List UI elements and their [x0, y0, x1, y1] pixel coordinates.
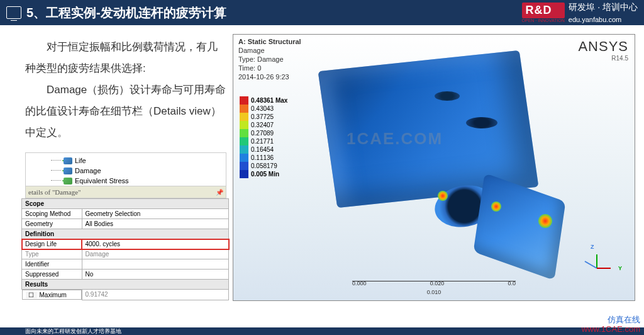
axis-y: [597, 268, 611, 269]
bore-2: [466, 117, 497, 128]
details-title-text: etails of "Damage": [28, 188, 81, 196]
legend-value: 0.27089: [251, 130, 274, 137]
legend-value: 0.16454: [251, 146, 274, 153]
watermark-line2: www.1CAE.com: [582, 324, 640, 334]
section-definition[interactable]: Definition: [22, 229, 229, 239]
axis-x: [584, 261, 597, 269]
section-results[interactable]: Results: [22, 280, 229, 290]
legend-value: 0.37725: [251, 113, 274, 120]
logo-url: edu.yanfabu.com: [569, 16, 621, 23]
legend-swatch: [240, 137, 248, 145]
row-maximum[interactable]: ☐Maximum0.91742: [22, 290, 229, 300]
legend-value: 0.005 Min: [251, 171, 279, 178]
model-geometry[interactable]: [309, 54, 586, 287]
scale-mid: 0.010: [352, 289, 516, 295]
watermark-line1: 仿真在线: [582, 315, 640, 324]
monitor-icon: [6, 6, 21, 19]
scale-bar: 0.000 0.020 0.0 0.010: [352, 281, 516, 295]
ansys-logo: ANSYS R14.5: [578, 38, 628, 62]
tree-item-damage[interactable]: ✓Damage: [64, 166, 226, 176]
bore-1: [435, 91, 460, 101]
hotspot-3: [538, 214, 552, 228]
legend-value: 0.058179: [251, 162, 277, 169]
row-identifier[interactable]: Identifier: [22, 259, 229, 270]
result-name: Damage: [238, 46, 301, 55]
rd-subtext: OPEN · INNOVATION: [522, 18, 565, 23]
section-scope[interactable]: Scope: [22, 199, 229, 209]
z-label: Z: [591, 244, 594, 250]
logo-text: 研发埠: [569, 2, 595, 12]
legend-row: 0.37725: [240, 113, 287, 121]
legend-row: 0.058179: [240, 162, 287, 170]
legend-row: 0.27089: [240, 129, 287, 137]
brand-logo: R&D OPEN · INNOVATION 研发埠 · 培训中心 edu.yan…: [522, 1, 638, 25]
solution-title: A: Static Structural: [238, 37, 301, 46]
tree-label: Equivalent Stress: [75, 177, 129, 185]
page-watermark: 仿真在线 www.1CAE.com: [582, 315, 640, 334]
hotspot-2: [491, 202, 501, 212]
left-column: 对于恒定振幅和比例载荷情况，有几种类型的疲劳结果供选择: Damage（损伤）设…: [25, 33, 226, 327]
result-time: Time: 0: [238, 64, 301, 72]
legend-row: 0.005 Min: [240, 170, 287, 178]
legend-swatch: [240, 113, 248, 121]
page-title: 5、工程实例-发动机连杆的疲劳计算: [26, 4, 522, 21]
ansys-viewport[interactable]: A: Static Structural Damage Type: Damage…: [233, 34, 635, 301]
tree-item-equivalent-stress[interactable]: ✓Equivalent Stress: [64, 176, 226, 186]
legend-swatch: [240, 162, 248, 170]
shaft-section: [474, 173, 566, 280]
viewport-watermark: 1CAE.COM: [347, 129, 443, 149]
legend-row: 0.16454: [240, 145, 287, 154]
result-timestamp: 2014-10-26 9:23: [238, 72, 301, 81]
axis-triad[interactable]: Z Y: [591, 244, 622, 275]
para-line1: 对于恒定振幅和比例载荷情况，有几种类型的疲劳结果供选择:: [25, 41, 218, 74]
tree-label: Damage: [75, 167, 101, 174]
rd-badge: R&D: [522, 3, 565, 18]
legend-value: 0.32407: [251, 122, 274, 128]
legend-row: 0.43043: [240, 105, 287, 113]
row-geometry[interactable]: GeometryAll Bodies: [22, 219, 229, 229]
header-bar: 5、工程实例-发动机连杆的疲劳计算 R&D OPEN · INNOVATION …: [0, 0, 644, 25]
legend-row: 0.21771: [240, 137, 287, 145]
right-column: A: Static Structural Damage Type: Damage…: [233, 33, 638, 327]
legend-swatch: [240, 154, 248, 162]
details-table: Scope Scoping MethodGeometry Selection G…: [21, 198, 229, 300]
axis-z: [596, 254, 597, 268]
row-design-life[interactable]: Design Life4000. cycles: [22, 239, 229, 249]
legend-swatch: [240, 121, 248, 129]
legend-row: 0.32407: [240, 121, 287, 129]
details-panel-title: etails of "Damage" 📌: [25, 186, 226, 198]
legend-swatch: [240, 170, 248, 178]
legend-row: 0.48361 Max: [240, 96, 287, 105]
ansys-version: R14.5: [578, 55, 628, 62]
tree-item-life[interactable]: ✓Life: [64, 156, 226, 166]
results-header: Results: [22, 280, 229, 290]
result-header: A: Static Structural Damage Type: Damage…: [238, 37, 301, 81]
scope-header: Scope: [22, 199, 229, 209]
legend-value: 0.21771: [251, 138, 274, 145]
def-header: Definition: [22, 229, 229, 239]
legend-swatch: [240, 145, 248, 154]
outline-tree[interactable]: ✓Life ✓Damage ✓Equivalent Stress: [25, 152, 226, 186]
tree-label: Life: [75, 157, 86, 164]
legend-swatch: [240, 105, 248, 113]
ansys-brand: ANSYS: [578, 38, 628, 55]
pin-icon[interactable]: 📌: [216, 189, 223, 196]
hotspot-1: [438, 191, 448, 201]
legend-value: 0.11136: [251, 154, 274, 161]
description-text: 对于恒定振幅和比例载荷情况，有几种类型的疲劳结果供选择: Damage（损伤）设…: [25, 33, 226, 147]
legend-swatch: [240, 129, 248, 137]
legend-value: 0.48361 Max: [251, 97, 287, 104]
legend-value: 0.43043: [251, 105, 274, 112]
footer-text: 面向未来的工程研发创新人才培养基地: [25, 328, 121, 334]
contour-legend: 0.48361 Max0.430430.377250.324070.270890…: [240, 96, 287, 178]
row-scoping-method[interactable]: Scoping MethodGeometry Selection: [22, 209, 229, 219]
result-type: Type: Damage: [238, 55, 301, 64]
y-label: Y: [618, 265, 622, 271]
row-type[interactable]: TypeDamage: [22, 249, 229, 259]
legend-row: 0.11136: [240, 154, 287, 162]
content-area: 对于恒定振幅和比例载荷情况，有几种类型的疲劳结果供选择: Damage（损伤）设…: [0, 25, 644, 327]
legend-swatch: [240, 96, 248, 105]
row-suppressed[interactable]: SuppressedNo: [22, 270, 229, 280]
footer-bar: 面向未来的工程研发创新人才培养基地: [0, 327, 644, 335]
logo-suffix: · 培训中心: [597, 2, 638, 12]
